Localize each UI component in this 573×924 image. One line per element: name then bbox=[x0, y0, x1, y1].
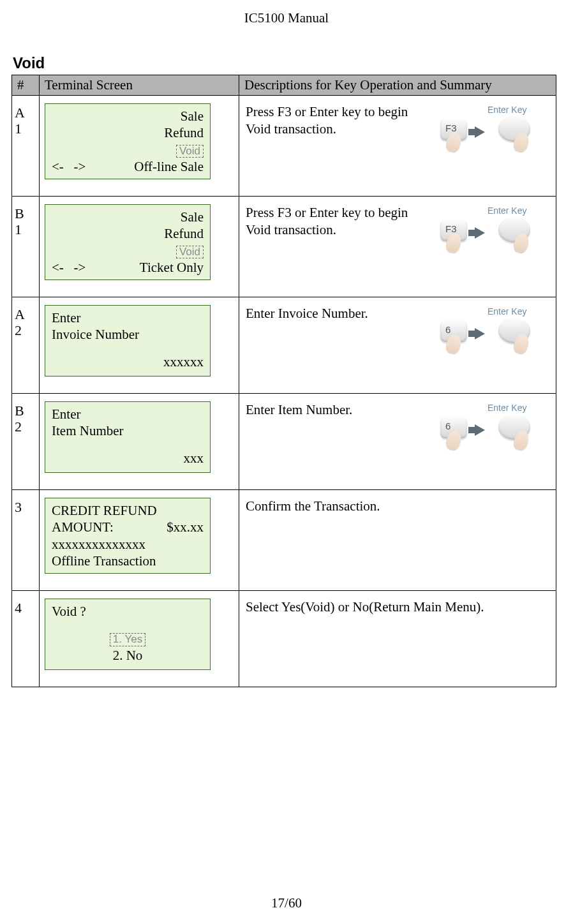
key-illustration: Enter Key F3 bbox=[438, 105, 549, 158]
row-id-prefix: B bbox=[15, 205, 36, 221]
row-id-number: 2 bbox=[15, 322, 36, 338]
void-steps-table: # Terminal Screen Descriptions for Key O… bbox=[11, 75, 556, 687]
arrow-icon bbox=[475, 424, 485, 436]
terminal-screen: Sale Refund Void <- -> Off-line Sale bbox=[45, 103, 211, 179]
terminal-screen-cell: Enter Invoice Number xxxxxx bbox=[40, 297, 239, 394]
screen-line-refund: Refund bbox=[52, 124, 204, 141]
nav-option: Off-line Sale bbox=[134, 158, 204, 175]
description-cell: Select Yes(Void) or No(Return Main Menu)… bbox=[239, 591, 556, 687]
page-number: 17/60 bbox=[271, 895, 302, 911]
row-id-cell: B 2 bbox=[12, 394, 40, 490]
row-id-number: 1 bbox=[15, 121, 36, 137]
nav-arrows: <- -> bbox=[52, 158, 86, 175]
row-id-cell: A 1 bbox=[12, 96, 40, 197]
screen-line-refund: Refund bbox=[52, 225, 204, 242]
content-area: Void # Terminal Screen Descriptions for … bbox=[0, 26, 573, 687]
row-id-cell: 3 bbox=[12, 490, 40, 591]
screen-value: xxxxxx bbox=[52, 354, 204, 370]
screen-offline: Offline Transaction bbox=[52, 553, 204, 569]
key-illustration: Enter Key 6 bbox=[438, 306, 549, 360]
row-id-prefix: A bbox=[15, 105, 36, 121]
col-id: # bbox=[12, 75, 40, 96]
terminal-screen-cell: Sale Refund Void <- -> Ticket Only bbox=[40, 197, 239, 297]
row-id-prefix: A bbox=[15, 306, 36, 322]
screen-nav-row: <- -> Ticket Only bbox=[52, 259, 204, 276]
amount-label: AMOUNT: bbox=[52, 519, 114, 535]
screen-void-prompt: Void ? bbox=[52, 603, 204, 620]
terminal-screen-cell: CREDIT REFUND AMOUNT: $xx.xx xxxxxxxxxxx… bbox=[40, 490, 239, 591]
row-id-number: 2 bbox=[15, 419, 36, 435]
enter-key-label: Enter Key bbox=[487, 306, 526, 317]
step-description: Press F3 or Enter key to begin Void tran… bbox=[246, 103, 438, 138]
screen-void-highlight: Void bbox=[52, 242, 204, 259]
table-row: A 2 Enter Invoice Number xxxxxx Enter In… bbox=[12, 297, 556, 394]
row-id-number: 4 bbox=[15, 600, 36, 616]
screen-xxxx: xxxxxxxxxxxxxx bbox=[52, 536, 204, 553]
screen-value: xxx bbox=[52, 450, 204, 466]
row-id-number: 3 bbox=[15, 499, 36, 515]
table-row: A 1 Sale Refund Void <- -> Off-line Sale bbox=[12, 96, 556, 197]
row-id-cell: 4 bbox=[12, 591, 40, 687]
screen-nav-row: <- -> Off-line Sale bbox=[52, 158, 204, 175]
screen-void-highlight: Void bbox=[52, 142, 204, 158]
arrow-icon bbox=[475, 227, 485, 239]
screen-enter: Enter bbox=[52, 406, 204, 422]
arrow-icon bbox=[475, 126, 485, 138]
terminal-screen: Enter Item Number xxx bbox=[45, 401, 211, 473]
row-id-cell: A 2 bbox=[12, 297, 40, 394]
terminal-screen-cell: Sale Refund Void <- -> Off-line Sale bbox=[40, 96, 239, 197]
table-row: B 2 Enter Item Number xxx Enter Item Num… bbox=[12, 394, 556, 490]
page-footer: 17/60 bbox=[0, 895, 573, 911]
row-id-prefix: B bbox=[15, 403, 36, 419]
void-label: Void bbox=[176, 246, 204, 259]
row-id-number: 1 bbox=[15, 221, 36, 237]
enter-key-label: Enter Key bbox=[487, 205, 526, 216]
step-description: Press F3 or Enter key to begin Void tran… bbox=[246, 204, 438, 239]
page-header: IC5100 Manual bbox=[0, 0, 573, 26]
description-cell: Enter Invoice Number. Enter Key 6 bbox=[239, 297, 556, 394]
nav-option: Ticket Only bbox=[140, 259, 204, 276]
col-desc: Descriptions for Key Operation and Summa… bbox=[239, 75, 556, 96]
table-row: 4 Void ? 1. Yes 2. No Select Yes(Void) o… bbox=[12, 591, 556, 687]
screen-amount-row: AMOUNT: $xx.xx bbox=[52, 519, 204, 535]
terminal-screen: Void ? 1. Yes 2. No bbox=[45, 599, 211, 670]
screen-enter: Enter bbox=[52, 309, 204, 326]
description-cell: Enter Item Number. Enter Key 6 bbox=[239, 394, 556, 490]
screen-credit-refund: CREDIT REFUND bbox=[52, 502, 204, 519]
table-row: 3 CREDIT REFUND AMOUNT: $xx.xx xxxxxxxxx… bbox=[12, 490, 556, 591]
screen-line-sale: Sale bbox=[52, 209, 204, 225]
terminal-screen: Enter Invoice Number xxxxxx bbox=[45, 305, 211, 376]
screen-line-sale: Sale bbox=[52, 108, 204, 124]
description-cell: Press F3 or Enter key to begin Void tran… bbox=[239, 96, 556, 197]
description-cell: Confirm the Transaction. bbox=[239, 490, 556, 591]
void-label: Void bbox=[176, 145, 204, 158]
row-id-cell: B 1 bbox=[12, 197, 40, 297]
screen-item-number: Item Number bbox=[52, 422, 204, 439]
step-description: Confirm the Transaction. bbox=[246, 498, 549, 515]
col-screen: Terminal Screen bbox=[40, 75, 239, 96]
table-row: B 1 Sale Refund Void <- -> Ticket Only bbox=[12, 197, 556, 297]
terminal-screen: CREDIT REFUND AMOUNT: $xx.xx xxxxxxxxxxx… bbox=[45, 498, 211, 574]
description-cell: Press F3 or Enter key to begin Void tran… bbox=[239, 197, 556, 297]
no-option: 2. No bbox=[52, 647, 204, 664]
screen-yes-row: 1. Yes bbox=[52, 630, 204, 646]
step-description: Select Yes(Void) or No(Return Main Menu)… bbox=[246, 599, 549, 616]
screen-invoice-number: Invoice Number bbox=[52, 326, 204, 343]
terminal-screen-cell: Void ? 1. Yes 2. No bbox=[40, 591, 239, 687]
nav-arrows: <- -> bbox=[52, 259, 86, 276]
key-illustration: Enter Key 6 bbox=[438, 403, 549, 456]
document-title: IC5100 Manual bbox=[244, 10, 329, 26]
enter-key-label: Enter Key bbox=[487, 403, 526, 413]
section-title: Void bbox=[11, 54, 556, 72]
arrow-icon bbox=[475, 328, 485, 339]
terminal-screen-cell: Enter Item Number xxx bbox=[40, 394, 239, 490]
yes-option: 1. Yes bbox=[110, 633, 145, 646]
enter-key-label: Enter Key bbox=[487, 105, 526, 115]
step-description: Enter Item Number. bbox=[246, 401, 438, 419]
amount-value: $xx.xx bbox=[167, 519, 204, 535]
terminal-screen: Sale Refund Void <- -> Ticket Only bbox=[45, 204, 211, 280]
step-description: Enter Invoice Number. bbox=[246, 305, 438, 322]
key-illustration: Enter Key F3 bbox=[438, 205, 549, 259]
table-header-row: # Terminal Screen Descriptions for Key O… bbox=[12, 75, 556, 96]
